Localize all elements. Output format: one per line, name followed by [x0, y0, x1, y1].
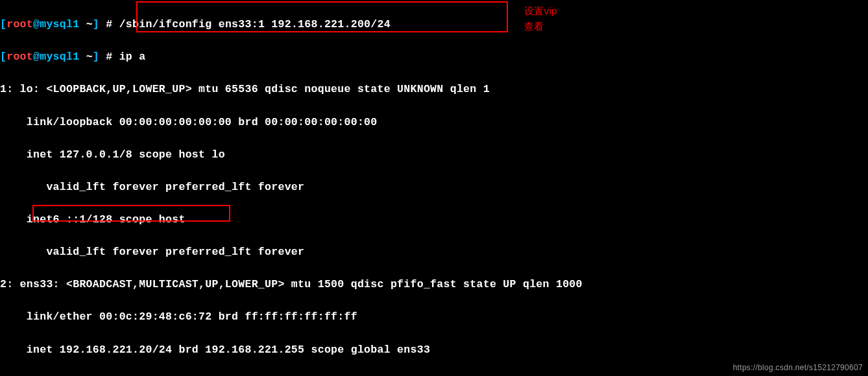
prompt-hash: # — [99, 51, 119, 63]
output-line: valid_lft forever preferred_lft forever — [0, 244, 868, 260]
output-line: link/loopback 00:00:00:00:00:00 brd 00:0… — [0, 114, 868, 130]
output-line: link/ether 00:0c:29:48:c6:72 brd ff:ff:f… — [0, 309, 868, 325]
prompt-user: root — [6, 18, 33, 30]
prompt-host: mysql1 — [40, 18, 79, 30]
prompt-line-2[interactable]: [root@mysql1 ~] # ip a — [0, 49, 868, 65]
output-line: 1: lo: <LOOPBACK,UP,LOWER_UP> mtu 65536 … — [0, 81, 868, 97]
output-line: 2: ens33: <BROADCAST,MULTICAST,UP,LOWER_… — [0, 276, 868, 292]
output-line: inet 192.168.221.20/24 brd 192.168.221.2… — [0, 342, 868, 358]
prompt-tilde: ~ — [79, 18, 92, 30]
output-line: valid_lft forever preferred_lft forever — [0, 179, 868, 195]
bracket-close: ] — [93, 18, 99, 30]
watermark-text: https://blog.csdn.net/s15212790607 — [733, 362, 863, 373]
output-line: inet 127.0.0.1/8 scope host lo — [0, 147, 868, 163]
prompt-line-1[interactable]: [root@mysql1 ~] # /sbin/ifconfig ens33:1… — [0, 16, 868, 32]
output-line: inet6 ::1/128 scope host — [0, 211, 868, 228]
annotation-set-vip: 设置vip — [524, 4, 557, 19]
prompt-user: root — [6, 51, 33, 63]
annotation-view: 查看 — [524, 19, 544, 34]
bracket-open: [ — [0, 18, 6, 30]
bracket-close: ] — [93, 51, 99, 63]
bracket-open: [ — [0, 51, 6, 63]
prompt-hash: # — [99, 18, 119, 30]
command-ip-a: ip a — [119, 51, 146, 63]
prompt-at: @ — [33, 18, 40, 30]
prompt-at: @ — [33, 51, 40, 63]
prompt-host: mysql1 — [40, 51, 79, 63]
command-ifconfig: /sbin/ifconfig ens33:1 192.168.221.200/2… — [119, 18, 391, 30]
prompt-tilde: ~ — [79, 51, 92, 63]
terminal-output: [root@mysql1 ~] # /sbin/ifconfig ens33:1… — [0, 0, 868, 376]
